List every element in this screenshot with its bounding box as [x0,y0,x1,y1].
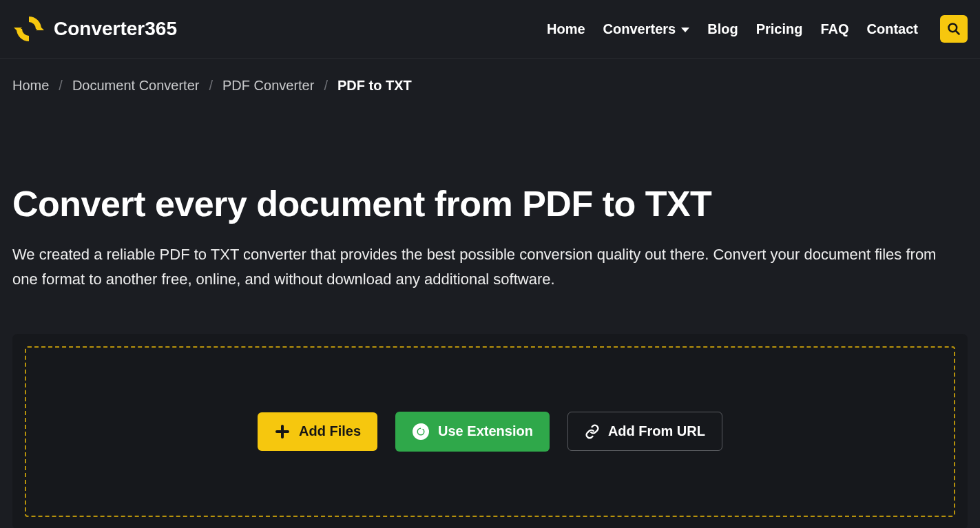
use-extension-button[interactable]: Use Extension [395,412,550,452]
add-files-button[interactable]: Add Files [258,412,377,451]
nav-converters-label: Converters [603,21,676,37]
nav-contact[interactable]: Contact [867,21,918,37]
header: Converter365 Home Converters Blog Pricin… [0,0,980,59]
breadcrumb-current: PDF to TXT [337,78,412,94]
logo-icon [12,12,45,45]
chrome-icon [412,423,430,441]
drop-zone[interactable]: Add Files Use Extension Add From URL [25,346,955,517]
search-button[interactable] [940,15,968,43]
page-title: Convert every document from PDF to TXT [12,183,968,224]
add-from-url-label: Add From URL [608,423,705,439]
page-subtitle: We created a reliable PDF to TXT convert… [12,242,963,293]
hero: Convert every document from PDF to TXT W… [0,94,980,293]
brand-name: Converter365 [54,18,177,40]
chevron-down-icon [681,28,689,32]
svg-point-8 [418,429,424,434]
plus-icon [274,423,291,440]
nav-faq[interactable]: FAQ [820,21,848,37]
breadcrumb-separator: / [209,78,213,94]
link-icon [585,424,600,439]
nav-converters[interactable]: Converters [603,21,690,37]
nav-home[interactable]: Home [547,21,585,37]
nav-pricing[interactable]: Pricing [756,21,803,37]
add-from-url-button[interactable]: Add From URL [567,412,722,451]
add-files-label: Add Files [299,423,361,439]
breadcrumb-home[interactable]: Home [12,78,49,94]
nav-blog[interactable]: Blog [707,21,738,37]
logo[interactable]: Converter365 [12,12,177,45]
main-nav: Home Converters Blog Pricing FAQ Contact [547,15,968,43]
upload-panel: Add Files Use Extension Add From URL [12,334,968,528]
breadcrumb: Home / Document Converter / PDF Converte… [0,59,980,94]
svg-line-3 [956,31,959,34]
breadcrumb-document-converter[interactable]: Document Converter [72,78,200,94]
search-icon [947,22,961,36]
breadcrumb-separator: / [324,78,328,94]
breadcrumb-pdf-converter[interactable]: PDF Converter [222,78,314,94]
breadcrumb-separator: / [59,78,63,94]
use-extension-label: Use Extension [438,423,533,439]
